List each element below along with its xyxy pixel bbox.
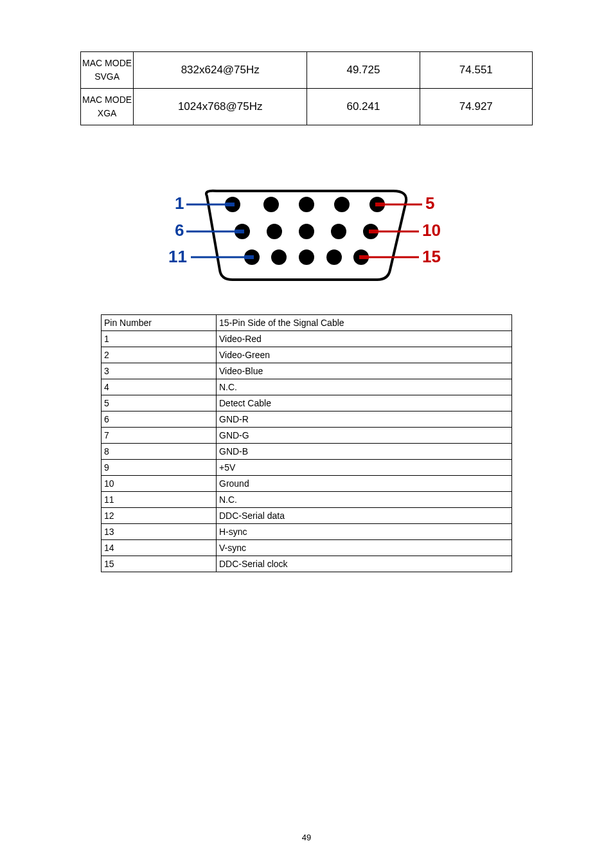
- pin-desc: GND-G: [217, 428, 512, 444]
- mode-cell: MAC MODE SVGA: [81, 52, 134, 89]
- pin-desc: V-sync: [217, 540, 512, 556]
- pin-number: 4: [102, 379, 217, 395]
- table-row: 13H-sync: [102, 524, 512, 540]
- svg-point-17: [271, 249, 287, 265]
- pin-desc: Video-Red: [217, 331, 512, 347]
- hfreq-cell: 60.241: [307, 89, 420, 125]
- pin-desc: H-sync: [217, 524, 512, 540]
- pin-assignment-table: Pin Number 15-Pin Side of the Signal Cab…: [101, 314, 512, 572]
- svg-point-9: [334, 197, 350, 212]
- hfreq-cell: 49.725: [307, 52, 420, 89]
- vfreq-cell: 74.551: [420, 52, 532, 89]
- svg-point-12: [267, 224, 282, 239]
- table-row: 1Video-Red: [102, 331, 512, 347]
- pin-header-desc: 15-Pin Side of the Signal Cable: [217, 315, 512, 331]
- pin-desc: Video-Green: [217, 347, 512, 363]
- svg-point-18: [299, 249, 314, 265]
- pin-desc: GND-R: [217, 411, 512, 428]
- resolution-cell: 832x624@75Hz: [134, 52, 307, 89]
- pin-header-number: Pin Number: [102, 315, 217, 331]
- pin-number: 9: [102, 460, 217, 476]
- resolution-cell: 1024x768@75Hz: [134, 89, 307, 125]
- pin-desc: Ground: [217, 476, 512, 492]
- pin-desc: DDC-Serial clock: [217, 556, 512, 572]
- table-row: 10Ground: [102, 476, 512, 492]
- table-row: 9+5V: [102, 460, 512, 476]
- pin-number: 10: [102, 476, 217, 492]
- pin-number: 12: [102, 508, 217, 524]
- pin-desc: Detect Cable: [217, 395, 512, 411]
- table-row: 12DDC-Serial data: [102, 508, 512, 524]
- pin-number: 11: [102, 492, 217, 508]
- table-row: 5Detect Cable: [102, 395, 512, 411]
- table-row: MAC MODE XGA 1024x768@75Hz 60.241 74.927: [81, 89, 533, 125]
- pin-number: 13: [102, 524, 217, 540]
- pin-desc: GND-B: [217, 444, 512, 460]
- table-row: MAC MODE SVGA 832x624@75Hz 49.725 74.551: [81, 52, 533, 89]
- pin-number: 5: [102, 395, 217, 411]
- table-row: 8GND-B: [102, 444, 512, 460]
- table-row: 3Video-Blue: [102, 363, 512, 379]
- svg-point-13: [299, 224, 314, 239]
- pin-number: 7: [102, 428, 217, 444]
- pin-number: 1: [102, 331, 217, 347]
- label-15: 15: [422, 247, 441, 266]
- pin-desc: N.C.: [217, 379, 512, 395]
- table-header-row: Pin Number 15-Pin Side of the Signal Cab…: [102, 315, 512, 331]
- pin-number: 8: [102, 444, 217, 460]
- label-10: 10: [422, 221, 441, 240]
- pin-number: 2: [102, 347, 217, 363]
- label-5: 5: [425, 194, 434, 213]
- table-row: 2Video-Green: [102, 347, 512, 363]
- mode-cell: MAC MODE XGA: [81, 89, 134, 125]
- pin-number: 14: [102, 540, 217, 556]
- svg-point-8: [299, 197, 314, 212]
- svg-point-14: [331, 224, 346, 239]
- svg-point-19: [326, 249, 342, 265]
- label-1: 1: [175, 194, 184, 213]
- pin-desc: N.C.: [217, 492, 512, 508]
- pin-desc: DDC-Serial data: [217, 508, 512, 524]
- table-row: 4N.C.: [102, 379, 512, 395]
- table-row: 11N.C.: [102, 492, 512, 508]
- label-11: 11: [168, 247, 187, 266]
- label-6: 6: [175, 221, 184, 240]
- table-row: 7GND-G: [102, 428, 512, 444]
- table-row: 6GND-R: [102, 411, 512, 428]
- svg-point-7: [263, 197, 279, 212]
- pin-number: 6: [102, 411, 217, 428]
- pin-number: 3: [102, 363, 217, 379]
- table-row: 15DDC-Serial clock: [102, 556, 512, 572]
- vfreq-cell: 74.927: [420, 89, 532, 125]
- mode-table: MAC MODE SVGA 832x624@75Hz 49.725 74.551…: [80, 51, 533, 125]
- table-row: 14V-sync: [102, 540, 512, 556]
- pin-desc: Video-Blue: [217, 363, 512, 379]
- pin-number: 15: [102, 556, 217, 572]
- pin-desc: +5V: [217, 460, 512, 476]
- page-number: 49: [0, 833, 613, 842]
- connector-diagram: 1 6 11 5 10 15: [168, 183, 445, 289]
